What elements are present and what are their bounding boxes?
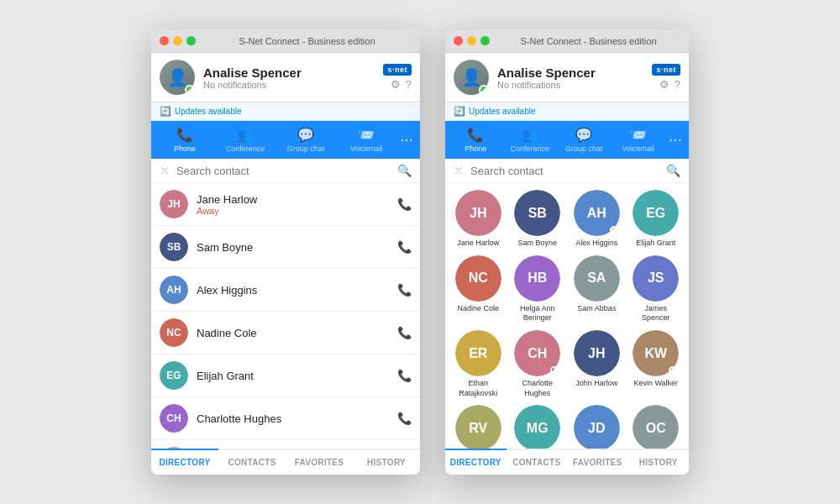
tab-phone-label-large: Phone [465,144,486,153]
grid-avatar-initials: SA [574,255,620,302]
call-icon[interactable]: 📞 [397,283,412,297]
user-status-large: No notifications [497,80,652,90]
grid-avatar-initials: RV [455,405,501,449]
bottom-tab-favorites[interactable]: FAVORITES [286,450,353,475]
search-bar-small: ⛌ 🔍 [151,159,420,183]
grid-item[interactable]: RV Rob Vellasquez [452,405,505,449]
contact-avatar: AH [160,276,188,304]
maximize-button-large[interactable] [480,36,490,45]
updates-bar-small[interactable]: 🔄 Updates available [151,102,420,121]
grid-avatar-initials: JD [574,405,620,449]
contact-name: Alex Higgins [197,284,397,297]
grid-item[interactable]: SA Sam Abbas [570,255,623,323]
grid-item[interactable]: JH Jane Harlow [452,190,505,249]
bottom-tab-contacts[interactable]: CONTACTS [218,450,286,475]
grid-item[interactable]: HB Helga Ann Beringer [512,255,564,323]
grid-contact-name: John Harlow [575,379,617,389]
list-item[interactable]: JH Jane Harlow Away 📞 [151,183,420,226]
grid-item[interactable]: ER Ethan Ratajkovski [452,330,505,398]
settings-icon-large[interactable]: ⚙ [659,78,669,91]
settings-icon[interactable]: ⚙ [391,78,401,91]
tab-phone-large[interactable]: 📞 Phone [449,121,503,159]
grid-avatar: AH [574,190,620,236]
help-icon-large[interactable]: ? [675,78,680,91]
list-item[interactable]: SB Sam Boyne 📞 [151,226,420,269]
search-input-small[interactable] [176,165,392,177]
grid-contact-name: Nadine Cole [457,304,499,314]
search-icon-small[interactable]: 🔍 [397,164,412,177]
maximize-button[interactable] [186,36,196,45]
bottom-tab-directory-large[interactable]: DIRECTORY [445,449,507,475]
grid-item[interactable]: MG Mario Giuntoli [512,405,564,449]
list-item[interactable]: AH Alex Higgins 📞 [151,269,420,312]
contact-list: JH Jane Harlow Away 📞 SB Sam Boyne 📞 AH … [151,183,420,449]
minimize-button-large[interactable] [467,36,476,45]
list-item[interactable]: CH Charlotte Hughes 📞 [151,397,420,440]
avatar-initials: JH [160,190,188,218]
grid-avatar: JH [455,190,501,236]
contact-info: Nadine Cole [197,327,397,339]
grid-item[interactable]: NC Nadine Cole [452,255,505,323]
help-icon[interactable]: ? [406,78,412,91]
avatar-initials: CH [160,404,188,433]
contact-info: Charlotte Hughes [197,412,397,425]
grid-item[interactable]: JH John Harlow [570,330,623,398]
grid-avatar: SB [514,190,560,236]
grid-item[interactable]: SB Sam Boyne [512,190,564,249]
contact-avatar: EG [160,361,188,390]
grid-item[interactable]: OC Otto Crains [630,405,683,449]
list-item[interactable]: RP Rajesh Patel 📞 [151,440,420,449]
header-icon-group-large: ⚙ ? [659,78,680,91]
bottom-tab-contacts-large[interactable]: CONTACTS [507,450,568,475]
nav-more-icon-large[interactable]: ⋯ [665,126,685,154]
bottom-tab-directory[interactable]: DIRECTORY [151,449,218,475]
list-item[interactable]: NC Nadine Cole 📞 [151,312,420,354]
call-icon[interactable]: 📞 [397,197,412,211]
grid-contact-name: Elijah Grant [636,239,675,249]
grid-item[interactable]: AH Alex Higgins [570,190,623,249]
call-icon[interactable]: 📞 [397,369,412,382]
grid-item[interactable]: JS James Spencer [630,255,683,323]
tab-conference[interactable]: 👥 Conference [215,121,276,159]
call-icon[interactable]: 📞 [397,240,412,254]
grid-item[interactable]: EG Elijah Grant [630,190,683,249]
status-dot [610,226,618,234]
close-button-large[interactable] [454,36,463,45]
grid-avatar-initials: JH [574,330,620,376]
grid-item[interactable]: KW Kevin Walker [630,330,683,398]
tab-groupchat[interactable]: 💬 Group chat [276,121,336,159]
tab-phone[interactable]: 📞 Phone [155,121,215,159]
minimize-button[interactable] [173,36,182,45]
tab-groupchat-large[interactable]: 💬 Group chat [557,121,612,159]
status-indicator-large [479,85,489,95]
contact-status: Away [197,206,397,216]
search-icon-large[interactable]: 🔍 [666,164,680,177]
grid-avatar-initials: EG [633,190,679,236]
bottom-tab-history-large[interactable]: HISTORY [628,450,690,475]
tab-voicemail[interactable]: 📨 Voicemail [336,121,396,159]
bottom-tab-favorites-large[interactable]: FAVORITES [567,450,628,475]
contact-avatar: SB [160,233,188,261]
user-avatar-small: 👤 [160,60,195,95]
updates-bar-large[interactable]: 🔄 Updates available [445,102,689,121]
grid-avatar: NC [455,255,501,302]
close-button[interactable] [160,36,169,45]
tab-conference-large[interactable]: 👥 Conference [503,121,558,159]
updates-icon: 🔄 [160,106,171,117]
list-item[interactable]: EG Elijah Grant 📞 [151,354,420,397]
contact-info: Elijah Grant [197,370,397,382]
snet-brand-large: s·net [652,64,680,76]
tab-voicemail-large[interactable]: 📨 Voicemail [612,121,666,159]
call-icon[interactable]: 📞 [397,326,412,339]
grid-item[interactable]: JD James Dunn [570,405,623,449]
grid-contact-name: Charlotte Hughes [512,379,564,398]
bottom-tab-history[interactable]: HISTORY [353,450,420,475]
call-icon[interactable]: 📞 [397,412,412,425]
grid-item[interactable]: CH Charlotte Hughes [512,330,564,398]
search-bar-large: ⛌ 🔍 [445,159,689,183]
search-input-large[interactable] [470,165,661,177]
nav-tabs-small: 📞 Phone 👥 Conference 💬 Group chat 📨 Voic… [151,121,420,159]
contact-grid: JH Jane Harlow SB Sam Boyne AH Alex Higg… [445,183,689,449]
nav-more-icon[interactable]: ⋯ [396,126,417,154]
grid-avatar: RV [455,405,501,449]
